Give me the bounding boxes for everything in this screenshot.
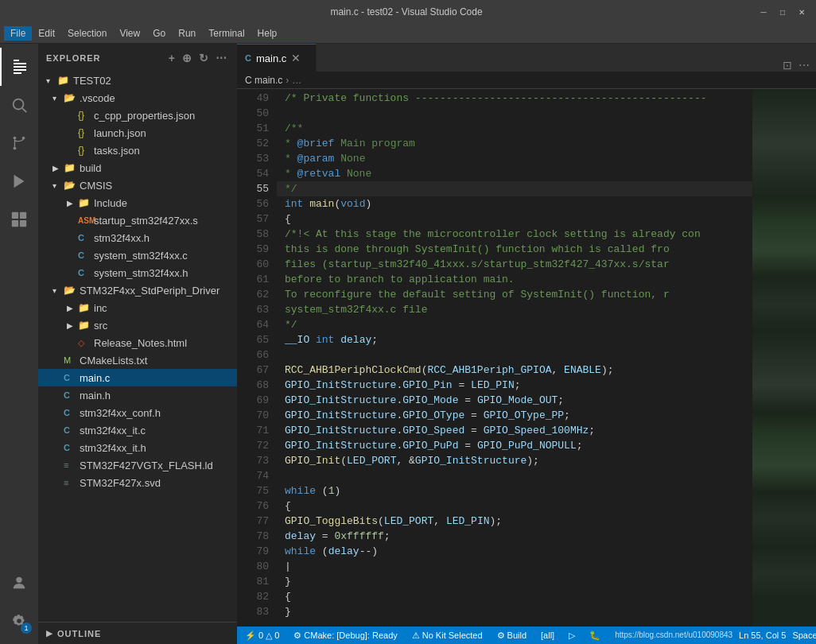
menu-file[interactable]: File bbox=[4, 26, 32, 41]
tree-label: CMakeLists.txt bbox=[80, 355, 147, 367]
tree-tasks-json[interactable]: ▾ {} tasks.json bbox=[38, 142, 237, 159]
tree-c-cpp-properties[interactable]: ▾ {} c_cpp_properties.json bbox=[38, 107, 237, 124]
menu-run[interactable]: Run bbox=[172, 26, 202, 41]
menu-help[interactable]: Help bbox=[251, 26, 284, 41]
tree-stm32-conf[interactable]: ▾ C stm32f4xx_conf.h bbox=[38, 404, 237, 421]
explorer-label: EXPLORER bbox=[46, 53, 101, 63]
status-url[interactable]: https://blog.csdn.net/u010090843 bbox=[612, 630, 736, 639]
tree-startup-asm[interactable]: ▾ ASM startup_stm32f427xx.s bbox=[38, 211, 237, 229]
outline-section[interactable]: ▶ OUTLINE bbox=[38, 622, 237, 644]
source-control-activity-icon[interactable] bbox=[0, 124, 38, 162]
menu-go[interactable]: Go bbox=[146, 26, 172, 41]
status-kit-label: No Kit Selected bbox=[422, 630, 483, 640]
tree-label: inc bbox=[94, 302, 107, 314]
tree-system-h[interactable]: ▾ C system_stm32f4xx.h bbox=[38, 264, 237, 281]
extensions-activity-icon[interactable] bbox=[0, 200, 38, 239]
search-activity-icon[interactable] bbox=[0, 86, 38, 124]
tree-build-folder[interactable]: ▶ 📁 build bbox=[38, 159, 237, 177]
breadcrumb-part2[interactable]: … bbox=[292, 75, 301, 86]
arrow-icon: ▶ bbox=[52, 164, 62, 173]
tree-inc-folder[interactable]: ▶ 📁 inc bbox=[38, 299, 237, 316]
tree-vscode-folder[interactable]: ▾ 📂 .vscode bbox=[38, 89, 237, 107]
editor-content[interactable]: 49 50 51 52 53 54 55 56 57 58 59 60 61 6… bbox=[237, 89, 752, 627]
folder-icon: 📁 bbox=[64, 162, 76, 173]
tab-close-button[interactable]: ✕ bbox=[291, 52, 301, 64]
status-debug[interactable]: 🐛 bbox=[586, 627, 604, 644]
code-line-82: { bbox=[277, 589, 752, 604]
line-num-60: 60 bbox=[237, 257, 269, 272]
svg-rect-3 bbox=[14, 69, 26, 71]
code-line-51: /** bbox=[277, 121, 752, 136]
tree-svd[interactable]: ▾ ≡ STM32F427x.svd bbox=[38, 474, 237, 491]
minimap-canvas bbox=[752, 89, 816, 627]
settings-activity-icon[interactable]: 1 bbox=[0, 602, 38, 640]
minimap bbox=[752, 89, 816, 627]
folder-icon: 📂 bbox=[64, 285, 76, 296]
tree-main-h[interactable]: ▾ C main.h bbox=[38, 386, 237, 404]
tree-label: tasks.json bbox=[94, 145, 140, 157]
tree-label: CMSIS bbox=[80, 180, 112, 192]
maximize-button[interactable]: □ bbox=[776, 6, 789, 18]
code-editor[interactable]: /* Private functions -------------------… bbox=[277, 89, 752, 627]
refresh-button[interactable]: ↻ bbox=[197, 50, 211, 66]
new-file-button[interactable]: + bbox=[167, 50, 177, 66]
menu-view[interactable]: View bbox=[113, 26, 146, 41]
tree-root-test02[interactable]: ▾ 📁 TEST02 bbox=[38, 72, 237, 89]
run-activity-icon[interactable] bbox=[0, 162, 38, 200]
main-layout: 1 EXPLORER + ⊕ ↻ ⋯ ▾ 📁 TEST02 ▾ � bbox=[0, 44, 816, 644]
menu-terminal[interactable]: Terminal bbox=[202, 26, 251, 41]
status-bar: ⚡ 0 △ 0 ⚙ CMake: [Debug]: Ready ⚠ No Kit… bbox=[237, 627, 816, 644]
tree-launch-json[interactable]: ▾ {} launch.json bbox=[38, 124, 237, 142]
status-position[interactable]: Ln 55, Col 5 bbox=[736, 630, 789, 640]
menu-edit[interactable]: Edit bbox=[32, 26, 61, 41]
line-num-63: 63 bbox=[237, 302, 269, 317]
account-activity-icon[interactable] bbox=[0, 564, 38, 602]
tree-cmsis-folder[interactable]: ▾ 📂 CMSIS bbox=[38, 177, 237, 194]
line-num-72: 72 bbox=[237, 438, 269, 453]
git-icon: ⚡ bbox=[245, 630, 256, 641]
close-button[interactable]: ✕ bbox=[795, 6, 808, 18]
status-spaces[interactable]: Spaces: 2 bbox=[789, 630, 816, 640]
line-num-50: 50 bbox=[237, 106, 269, 121]
more-actions-button[interactable]: ⋯ bbox=[799, 59, 810, 72]
sidebar: EXPLORER + ⊕ ↻ ⋯ ▾ 📁 TEST02 ▾ 📂 .vscode bbox=[38, 44, 237, 644]
explorer-icon[interactable] bbox=[0, 48, 38, 86]
window-controls[interactable]: ─ □ ✕ bbox=[757, 6, 808, 18]
minimize-button[interactable]: ─ bbox=[757, 6, 770, 18]
status-no-kit[interactable]: ⚠ No Kit Selected bbox=[409, 627, 486, 644]
code-line-71: GPIO_InitStructure.GPIO_Speed = GPIO_Spe… bbox=[277, 423, 752, 438]
status-build[interactable]: ⚙ Build bbox=[494, 627, 530, 644]
collapse-button[interactable]: ⋯ bbox=[214, 50, 229, 66]
breadcrumb-part1[interactable]: C main.c bbox=[245, 75, 282, 86]
tree-stdperiph-folder[interactable]: ▾ 📂 STM32F4xx_StdPeriph_Driver bbox=[38, 281, 237, 299]
tree-stm32-it-h[interactable]: ▾ C stm32f4xx_it.h bbox=[38, 439, 237, 456]
tree-include-folder[interactable]: ▶ 📁 Include bbox=[38, 194, 237, 211]
code-line-79: while (delay--) bbox=[277, 544, 752, 559]
tab-main-c[interactable]: C main.c ✕ bbox=[237, 44, 317, 72]
tree-system-c[interactable]: ▾ C system_stm32f4xx.c bbox=[38, 246, 237, 264]
tree-cmakelists[interactable]: ▾ M CMakeLists.txt bbox=[38, 351, 237, 369]
sidebar-header: EXPLORER + ⊕ ↻ ⋯ bbox=[38, 44, 237, 72]
status-run[interactable]: ▷ bbox=[565, 627, 578, 644]
cmake-icon: ⚙ bbox=[293, 630, 301, 641]
build-icon: ⚙ bbox=[497, 630, 505, 641]
debug-icon: 🐛 bbox=[589, 630, 600, 641]
menu-selection[interactable]: Selection bbox=[61, 26, 113, 41]
tree-release-notes[interactable]: ▾ ◇ Release_Notes.html bbox=[38, 334, 237, 351]
split-editor-button[interactable]: ⊡ bbox=[783, 59, 792, 72]
status-all[interactable]: [all] bbox=[538, 627, 558, 644]
outline-arrow: ▶ bbox=[46, 629, 56, 638]
line-num-79: 79 bbox=[237, 544, 269, 559]
line-num-76: 76 bbox=[237, 499, 269, 514]
tree-label: STM32F427VGTx_FLASH.ld bbox=[80, 460, 213, 471]
arrow-icon: ▶ bbox=[67, 199, 76, 208]
tree-flash-ld[interactable]: ▾ ≡ STM32F427VGTx_FLASH.ld bbox=[38, 456, 237, 474]
tab-bar: C main.c ✕ ⊡ ⋯ bbox=[237, 44, 816, 72]
tree-main-c[interactable]: ▾ C main.c bbox=[38, 369, 237, 386]
status-git[interactable]: ⚡ 0 △ 0 bbox=[242, 627, 282, 644]
tree-stm32f4xx-h[interactable]: ▾ C stm32f4xx.h bbox=[38, 229, 237, 246]
tree-stm32-it-c[interactable]: ▾ C stm32f4xx_it.c bbox=[38, 421, 237, 439]
new-folder-button[interactable]: ⊕ bbox=[181, 50, 194, 66]
tree-src-folder[interactable]: ▶ 📁 src bbox=[38, 316, 237, 334]
status-cmake[interactable]: ⚙ CMake: [Debug]: Ready bbox=[290, 627, 400, 644]
